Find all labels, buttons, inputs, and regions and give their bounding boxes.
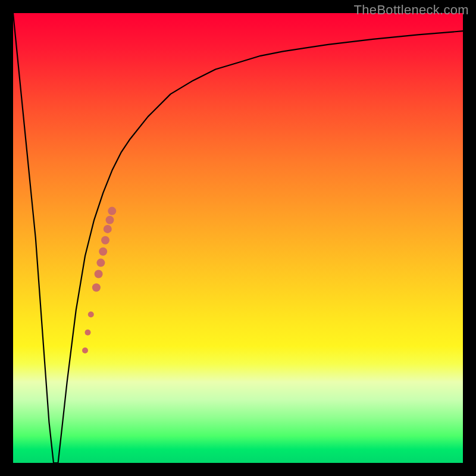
- marker-dot: [92, 283, 101, 292]
- watermark-text: TheBottleneck.com: [354, 2, 469, 18]
- chart-plot-area: [13, 13, 463, 463]
- marker-dot: [85, 330, 91, 336]
- marker-dot: [88, 312, 94, 318]
- marker-dot: [82, 347, 88, 353]
- chart-frame: TheBottleneck.com: [0, 0, 476, 476]
- marker-dot: [95, 270, 103, 278]
- marker-dot: [101, 236, 109, 245]
- marker-dot: [96, 259, 105, 267]
- bottleneck-curve: [13, 13, 463, 463]
- highlight-band: [82, 207, 116, 353]
- marker-dot: [99, 248, 107, 256]
- chart-svg: [13, 13, 463, 463]
- marker-dot: [104, 225, 112, 233]
- marker-dot: [106, 216, 114, 224]
- marker-dot: [108, 207, 116, 215]
